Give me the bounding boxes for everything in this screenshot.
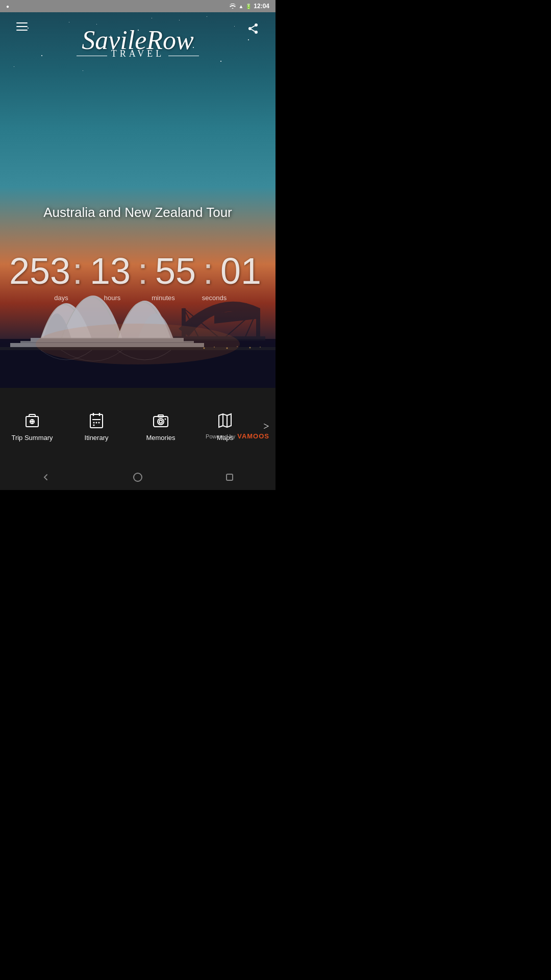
svg-point-22 (248, 27, 252, 30)
vamoos-brand: VAMOOS (237, 432, 269, 440)
svg-point-36 (98, 422, 100, 423)
nav-item-trip-summary[interactable]: Trip Summary (0, 405, 64, 448)
tour-title-area: Australia and New Zealand Tour (14, 204, 262, 222)
svg-point-37 (93, 424, 95, 426)
countdown-numbers: 253 : 13 : 55 : 01 (0, 250, 276, 292)
signal-strength-icon: ▲ (238, 4, 243, 9)
svg-line-24 (252, 30, 255, 32)
status-time: 12:04 (254, 3, 269, 10)
logo-divider-left (77, 56, 107, 56)
status-bar: ● ▲ 🔋 12:04 (0, 0, 276, 12)
tour-title-text: Australia and New Zealand Tour (14, 204, 262, 222)
trip-summary-icon (23, 411, 41, 430)
countdown-colon-2: : (136, 250, 150, 292)
svg-point-23 (255, 31, 258, 34)
signal-icon: ● (6, 4, 9, 9)
countdown-seconds-label: seconds (189, 294, 240, 302)
svg-point-19 (260, 347, 261, 348)
nav-more-button[interactable]: > (257, 421, 276, 432)
android-back-button[interactable] (36, 467, 56, 487)
bottom-navigation: Trip Summary Itinerary (0, 388, 276, 464)
nav-label-trip-summary: Trip Summary (11, 434, 53, 442)
memories-icon (152, 411, 170, 430)
wifi-icon (229, 4, 236, 9)
svg-point-40 (159, 420, 162, 423)
countdown-days-value: 253 (9, 250, 70, 292)
svg-point-21 (255, 23, 258, 27)
nav-item-itinerary[interactable]: Itinerary (64, 405, 129, 448)
status-left: ● (6, 4, 9, 9)
countdown-hours-label: hours (87, 294, 138, 302)
countdown-seconds-value: 01 (215, 250, 266, 292)
itinerary-icon (87, 411, 106, 430)
status-right: ▲ 🔋 12:04 (229, 3, 269, 10)
android-recents-button[interactable] (219, 467, 240, 487)
nav-label-memories: Memories (146, 434, 175, 442)
hamburger-line-1 (16, 22, 28, 23)
logo-travel: TRAVEL (111, 48, 165, 59)
countdown-days-label: days (36, 294, 87, 302)
svg-rect-46 (227, 474, 233, 480)
hamburger-menu[interactable] (12, 18, 32, 35)
countdown-colon-1: : (70, 250, 85, 292)
svg-point-20 (36, 324, 240, 364)
countdown-hours-value: 13 (85, 250, 136, 292)
battery-icon: 🔋 (245, 4, 252, 9)
android-home-button[interactable] (128, 467, 148, 487)
svg-point-35 (96, 422, 97, 423)
svg-point-42 (165, 418, 166, 420)
share-button[interactable] (243, 18, 263, 39)
svg-point-39 (158, 419, 164, 425)
countdown-minutes-label: minutes (138, 294, 189, 302)
nav-item-maps[interactable]: Maps (193, 405, 257, 448)
svg-line-25 (252, 26, 255, 28)
powered-by-area: Powered by VAMOOS (206, 432, 269, 440)
hamburger-line-2 (16, 26, 28, 27)
svg-rect-30 (90, 414, 103, 428)
svg-rect-2 (256, 308, 260, 339)
countdown-labels: days hours minutes seconds (0, 294, 276, 302)
svg-point-45 (134, 473, 142, 481)
countdown-minutes-value: 55 (150, 250, 201, 292)
nav-more-icon: > (263, 421, 269, 432)
hamburger-line-3 (16, 30, 28, 31)
logo-area: SavileRow TRAVEL (56, 26, 219, 59)
maps-icon (216, 411, 234, 430)
svg-point-18 (249, 347, 251, 349)
countdown-colon-3: : (201, 250, 215, 292)
logo-divider-right (168, 56, 199, 56)
nav-label-itinerary: Itinerary (85, 434, 109, 442)
android-navigation-bar (0, 464, 276, 490)
svg-point-34 (93, 422, 95, 423)
nav-item-memories[interactable]: Memories (129, 405, 193, 448)
powered-by-text: Powered by (206, 433, 235, 439)
countdown-timer: 253 : 13 : 55 : 01 days hours minutes se… (0, 250, 276, 302)
